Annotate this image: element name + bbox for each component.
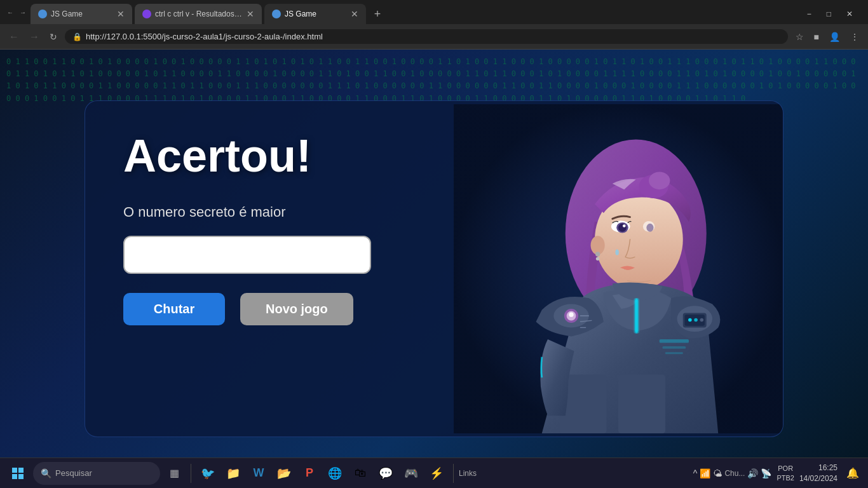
reload-btn[interactable]: ↻	[47, 30, 60, 43]
character-illustration	[454, 101, 783, 437]
tab-label-1: JS Game	[51, 10, 113, 18]
network-icon[interactable]: 📶	[700, 468, 710, 478]
svg-point-6	[596, 257, 600, 261]
tab-search[interactable]: ctrl c ctrl v - Resultados da bus... ✕	[135, 4, 262, 24]
card-right	[454, 101, 783, 437]
taskbar-separator-1	[191, 464, 191, 483]
svg-point-11	[618, 224, 627, 232]
hint-text: O numero secreto é maior	[123, 204, 416, 220]
taskbar-icon-whatsapp[interactable]: 💬	[374, 462, 397, 485]
windows-logo-icon	[12, 468, 24, 479]
tab-bar: ← → JS Game ✕ ctrl c ctrl v - Resultados…	[0, 0, 868, 24]
taskbar-icon-chrome[interactable]: 🌐	[323, 462, 346, 485]
lang-text: POR	[776, 464, 794, 473]
whatsapp-icon: 💬	[379, 466, 393, 480]
links-toolbar-label[interactable]: Links	[459, 469, 477, 478]
svg-point-24	[694, 318, 698, 322]
tab-favicon-1	[38, 10, 47, 18]
taskbar-icon-explorer[interactable]: 📂	[273, 462, 295, 485]
speaker-icon[interactable]: 🔊	[747, 468, 758, 478]
number-input[interactable]	[123, 236, 371, 274]
chrome-icon: 🌐	[328, 466, 342, 480]
tab-js-game-1[interactable]: JS Game ✕	[31, 4, 132, 24]
weather-icon: 🌤	[713, 468, 722, 478]
tab-favicon-3	[272, 10, 281, 18]
svg-point-8	[649, 172, 670, 189]
extensions-btn[interactable]: ■	[811, 30, 822, 43]
taskbar-icon-game[interactable]: 🎮	[400, 462, 423, 485]
svg-point-23	[688, 318, 692, 322]
back-arrow[interactable]: ←	[6, 30, 22, 44]
browser-menu-btn[interactable]: ⋮	[848, 30, 862, 43]
chevron-up-icon[interactable]: ^	[693, 468, 698, 478]
tab-close-2[interactable]: ✕	[247, 9, 254, 19]
guess-button[interactable]: Chutar	[123, 293, 225, 325]
notification-btn[interactable]: 🔔	[843, 463, 863, 484]
start-button[interactable]	[5, 461, 31, 486]
taskbar-icon-word[interactable]: W	[247, 462, 270, 485]
address-box[interactable]: 🔒 http://127.0.0.1:5500/js-curso-2-aula1…	[65, 29, 788, 44]
tab-close-3[interactable]: ✕	[351, 9, 358, 19]
svg-point-15	[615, 249, 619, 255]
taskbar-icon-powerpoint[interactable]: P	[298, 462, 321, 485]
lock-icon: 🔒	[72, 32, 82, 41]
svg-rect-31	[662, 346, 686, 349]
tab-label-3: JS Game	[285, 10, 347, 18]
time-text: 16:25	[799, 463, 837, 473]
browser-forward-btn[interactable]: →	[18, 7, 28, 17]
tab-close-1[interactable]: ✕	[117, 9, 125, 19]
minimize-btn[interactable]: −	[802, 8, 817, 20]
address-bar-row: ← → ↻ 🔒 http://127.0.0.1:5500/js-curso-2…	[0, 24, 868, 50]
svg-rect-29	[618, 375, 665, 434]
taskbar-right: ^ 📶 🌤 Chu... 🔊 📡 POR PTB2 16:25 14/02/20…	[693, 463, 863, 484]
forward-arrow[interactable]: →	[27, 30, 42, 44]
task-view-btn[interactable]: ▦	[163, 462, 186, 485]
folder-icon: 📁	[226, 466, 240, 480]
store-icon: 🛍	[355, 466, 366, 480]
search-placeholder-text: Pesquisar	[55, 468, 92, 478]
svg-point-19	[569, 312, 573, 316]
vscode-icon: ⚡	[430, 466, 444, 480]
buttons-row: Chutar Novo jogo	[123, 293, 416, 325]
task-view-icon: ▦	[170, 467, 179, 479]
svg-point-14	[646, 224, 653, 232]
language-indicator[interactable]: POR PTB2	[776, 464, 794, 482]
powerpoint-icon: P	[306, 466, 313, 480]
tab-favicon-2	[142, 10, 151, 18]
address-text: http://127.0.0.1:5500/js-curso-2-aula1/j…	[86, 32, 780, 41]
network-wifi-icon[interactable]: 📡	[761, 468, 771, 478]
tab-js-game-3[interactable]: JS Game ✕	[264, 4, 366, 24]
taskbar-search[interactable]: 🔍 Pesquisar	[33, 462, 160, 485]
svg-rect-27	[635, 299, 639, 332]
tab-label-2: ctrl c ctrl v - Resultados da bus...	[155, 10, 243, 18]
svg-point-12	[623, 224, 626, 227]
explorer-icon: 📂	[277, 466, 291, 480]
browser-chrome: ← → JS Game ✕ ctrl c ctrl v - Resultados…	[0, 0, 868, 50]
lang-variant-text: PTB2	[776, 473, 794, 482]
svg-point-5	[595, 252, 600, 256]
new-tab-btn[interactable]: +	[369, 5, 386, 23]
game-title: Acertou!	[123, 133, 416, 179]
word-icon: W	[254, 466, 264, 480]
taskbar-icon-store[interactable]: 🛍	[349, 462, 372, 485]
clock[interactable]: 16:25 14/02/2024	[799, 463, 837, 484]
taskbar-icon-vscode[interactable]: ⚡	[425, 462, 448, 485]
weather-text[interactable]: Chu...	[724, 469, 745, 478]
browser-back-btn[interactable]: ←	[5, 7, 15, 17]
bookmark-star-btn[interactable]: ☆	[793, 30, 806, 43]
new-game-button[interactable]: Novo jogo	[240, 293, 353, 325]
profile-btn[interactable]: 👤	[827, 30, 843, 43]
game-card: Acertou! O numero secreto é maior Chutar…	[85, 100, 783, 437]
taskbar: 🔍 Pesquisar ▦ 🐦 📁 W 📂 P 🌐 🛍 💬 🎮 ⚡ Links	[0, 458, 868, 488]
system-tray: ^ 📶 🌤 Chu... 🔊 📡	[693, 468, 772, 478]
maximize-btn[interactable]: □	[822, 8, 836, 20]
game-page: 0 1 1 0 0 1 1 0 0 1 0 1 0 0 0 0 1 0 0 1 …	[0, 50, 868, 488]
date-text: 14/02/2024	[799, 473, 837, 484]
game-icon: 🎮	[404, 466, 418, 480]
bird-icon: 🐦	[201, 466, 215, 480]
taskbar-icon-folder[interactable]: 📁	[222, 462, 245, 485]
svg-rect-32	[665, 352, 683, 354]
taskbar-icon-bird[interactable]: 🐦	[196, 462, 219, 485]
svg-point-25	[700, 318, 704, 322]
close-btn[interactable]: ✕	[841, 8, 858, 20]
